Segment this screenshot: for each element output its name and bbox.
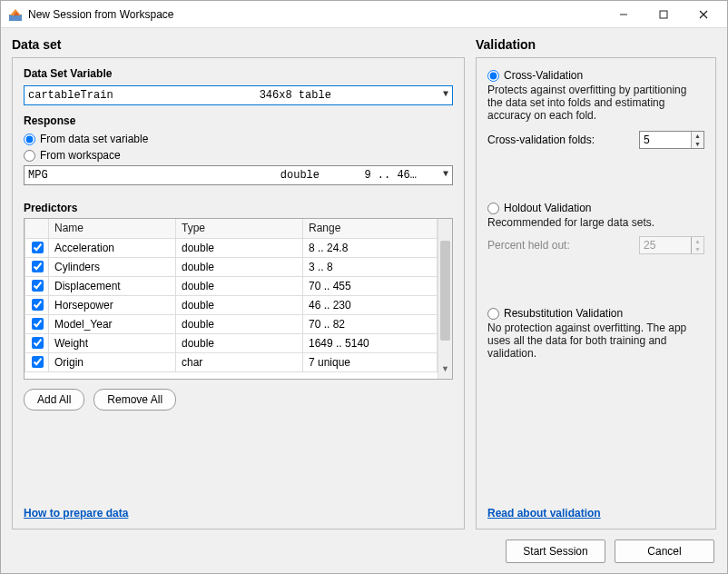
how-to-prepare-link[interactable]: How to prepare data (24, 507, 128, 520)
predictor-checkbox[interactable] (32, 280, 44, 292)
validation-heading: Validation (476, 37, 716, 52)
predictor-name[interactable]: Displacement (49, 276, 176, 295)
scrollbar-thumb[interactable] (440, 241, 450, 341)
start-session-button[interactable]: Start Session (506, 539, 605, 563)
holdout-percent-label: Percent held out: (487, 239, 570, 252)
spin-down-icon[interactable]: ▼ (692, 140, 703, 148)
scroll-down-icon[interactable]: ▼ (438, 364, 452, 379)
table-row: Accelerationdouble8 .. 24.8 (25, 238, 438, 257)
table-row: Weightdouble1649 .. 5140 (25, 333, 438, 352)
predictor-name[interactable]: Acceleration (49, 238, 176, 257)
dataset-var-value: cartableTrain (28, 89, 260, 102)
predictor-range: 8 .. 24.8 (303, 238, 438, 257)
spin-down-icon: ▼ (692, 245, 703, 253)
predictor-range: 70 .. 82 (303, 314, 438, 333)
response-range: 9 .. 46… (364, 169, 417, 182)
chevron-down-icon: ▼ (443, 169, 448, 179)
response-from-var-label: From data set variable (40, 133, 148, 145)
response-name: MPG (28, 169, 280, 182)
response-from-workspace-radio[interactable]: From workspace (24, 149, 453, 162)
predictor-checkbox[interactable] (32, 299, 44, 311)
predictor-range: 46 .. 230 (303, 295, 438, 314)
predictor-name[interactable]: Cylinders (49, 257, 176, 276)
svg-rect-2 (660, 11, 667, 18)
predictor-checkbox[interactable] (32, 242, 44, 253)
maximize-button[interactable] (644, 2, 684, 27)
cross-validation-radio[interactable]: Cross-Validation (487, 69, 704, 82)
resub-desc: No protection against overfitting. The a… (487, 322, 704, 360)
close-button[interactable] (684, 2, 723, 27)
app-icon (8, 7, 23, 22)
window-title: New Session from Workspace (28, 8, 604, 21)
remove-all-button[interactable]: Remove All (93, 389, 176, 411)
cv-folds-input[interactable] (640, 132, 691, 148)
cv-label: Cross-Validation (504, 69, 583, 82)
predictor-range: 70 .. 455 (303, 276, 438, 295)
cv-desc: Protects against overfitting by partitio… (487, 84, 704, 122)
titlebar: New Session from Workspace (1, 1, 727, 28)
predictor-checkbox[interactable] (32, 318, 44, 330)
predictor-range: 7 unique (303, 352, 438, 371)
holdout-percent-spinner: ▲▼ (639, 236, 704, 254)
dataset-var-meta: 346x8 table (260, 89, 331, 102)
table-row: Originchar7 unique (25, 352, 438, 371)
col-check (25, 219, 49, 238)
response-type: double (280, 169, 365, 182)
table-row: Cylindersdouble3 .. 8 (25, 257, 438, 276)
predictor-type: char (176, 352, 303, 371)
minimize-button[interactable] (604, 2, 644, 27)
col-type[interactable]: Type (176, 219, 303, 238)
predictors-table: Name Type Range Accelerationdouble8 .. 2… (24, 218, 453, 380)
table-row: Horsepowerdouble46 .. 230 (25, 295, 438, 314)
dialog-window: New Session from Workspace Data set Data… (0, 0, 728, 574)
holdout-validation-radio[interactable]: Holdout Validation (487, 202, 704, 214)
dataset-heading: Data set (12, 37, 465, 52)
predictor-checkbox[interactable] (32, 356, 44, 368)
holdout-percent-input (640, 237, 691, 253)
response-label: Response (24, 114, 453, 127)
predictors-label: Predictors (24, 202, 453, 214)
predictor-checkbox[interactable] (32, 337, 44, 349)
resubstitution-radio[interactable]: Resubstitution Validation (487, 307, 704, 320)
dataset-var-label: Data Set Variable (24, 67, 453, 80)
predictor-type: double (176, 257, 303, 276)
predictor-range: 3 .. 8 (303, 257, 438, 276)
predictor-name[interactable]: Origin (49, 352, 176, 371)
response-from-var-radio[interactable]: From data set variable (24, 133, 453, 145)
predictor-type: double (176, 314, 303, 333)
col-range[interactable]: Range (303, 219, 438, 238)
cv-folds-spinner[interactable]: ▲▼ (639, 131, 704, 149)
predictor-name[interactable]: Model_Year (49, 314, 176, 333)
response-variable-select[interactable]: MPG double 9 .. 46… ▼ (24, 165, 453, 185)
predictor-checkbox[interactable] (32, 261, 44, 272)
svg-rect-0 (9, 15, 22, 21)
read-about-validation-link[interactable]: Read about validation (487, 507, 601, 520)
table-row: Displacementdouble70 .. 455 (25, 276, 438, 295)
predictor-range: 1649 .. 5140 (303, 333, 438, 352)
predictors-scrollbar[interactable]: ▼ (438, 219, 452, 379)
predictor-name[interactable]: Weight (49, 333, 176, 352)
response-from-ws-label: From workspace (40, 149, 121, 162)
predictor-name[interactable]: Horsepower (49, 295, 176, 314)
cancel-button[interactable]: Cancel (615, 539, 714, 563)
dialog-footer: Start Session Cancel (1, 529, 727, 573)
spin-up-icon[interactable]: ▲ (692, 132, 703, 140)
col-name[interactable]: Name (49, 219, 176, 238)
validation-panel: Cross-Validation Protects against overfi… (476, 57, 716, 529)
predictor-type: double (176, 276, 303, 295)
holdout-label: Holdout Validation (504, 202, 592, 214)
dataset-variable-select[interactable]: cartableTrain 346x8 table ▼ (24, 85, 453, 105)
cv-folds-label: Cross-validation folds: (487, 134, 595, 146)
predictor-type: double (176, 295, 303, 314)
dataset-panel: Data Set Variable cartableTrain 346x8 ta… (12, 57, 465, 529)
table-row: Model_Yeardouble70 .. 82 (25, 314, 438, 333)
holdout-desc: Recommended for large data sets. (487, 216, 704, 229)
spin-up-icon: ▲ (692, 237, 703, 245)
predictor-type: double (176, 238, 303, 257)
resub-label: Resubstitution Validation (504, 307, 623, 320)
add-all-button[interactable]: Add All (24, 389, 84, 411)
chevron-down-icon: ▼ (443, 89, 448, 99)
predictor-type: double (176, 333, 303, 352)
